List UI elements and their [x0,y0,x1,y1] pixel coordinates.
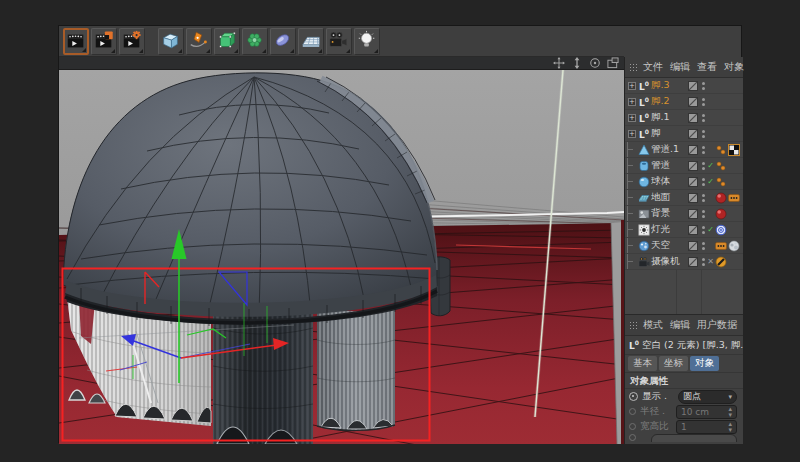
dolly-zoom-icon[interactable] [569,57,584,69]
enabled-check-icon[interactable]: ✓ [706,225,715,234]
tab-0[interactable]: 基本 [628,356,657,371]
object-row-8[interactable]: 背景 [625,206,743,222]
expand-toggle[interactable]: + [627,110,637,125]
palette-grip-icon[interactable] [629,63,638,72]
tube-object-icon [637,160,651,172]
tag-icons[interactable] [715,160,743,172]
right-leg-column [317,306,395,430]
object-row-7[interactable]: 地面 [625,190,743,206]
layer-square-icon[interactable] [688,129,698,139]
layer-square-icon[interactable] [688,193,698,203]
palette-grip-icon[interactable] [629,321,638,330]
viewport-canvas[interactable] [59,70,624,444]
visibility-dots[interactable] [700,130,706,138]
visibility-dots[interactable] [700,242,706,250]
light-button[interactable] [354,28,380,55]
rotate-icon[interactable] [587,57,602,69]
camera-button[interactable] [326,28,352,55]
object-manager-empty[interactable] [625,270,743,314]
spline-pen-button[interactable] [186,28,212,55]
object-row-3[interactable]: +L0脚 [625,126,743,142]
layer-square-icon[interactable] [688,241,698,251]
render-to-picture-viewer-button[interactable] [91,28,117,55]
stepper-arrows-icon[interactable]: ▴▾ [728,421,732,433]
tab-2[interactable]: 对象 [690,356,719,371]
pan-icon[interactable] [551,57,566,69]
object-row-6[interactable]: 球体✓ [625,174,743,190]
stepper-arrows-icon[interactable]: ▴▾ [728,406,732,418]
layer-square-icon[interactable] [688,113,698,123]
tag-icons[interactable] [715,176,743,188]
tree-branch [627,158,637,173]
tag-icons[interactable] [715,224,743,236]
expand-toggle[interactable]: + [627,126,637,141]
object-manager-menu-item-3[interactable]: 对象 [724,60,744,74]
object-manager-menu-item-0[interactable]: 文件 [643,60,663,74]
visibility-dots[interactable] [700,210,706,218]
layer-square-icon[interactable] [688,257,698,267]
keyframe-dot-icon[interactable] [629,392,638,401]
expand-toggle[interactable]: + [627,94,637,109]
tree-branch [627,222,637,237]
object-row-10[interactable]: 天空 [625,238,743,254]
keyframe-dot-icon[interactable] [629,423,636,430]
keyframe-dot-icon[interactable] [629,408,636,415]
object-row-11[interactable]: 摄像机✕ [625,254,743,270]
layer-square-icon[interactable] [688,209,698,219]
null-object-icon: L0 [637,96,651,108]
generator-button[interactable] [214,28,240,55]
primitive-cube-button[interactable] [158,28,184,55]
object-row-5[interactable]: 管道✓ [625,158,743,174]
visibility-dots[interactable] [700,114,706,122]
visibility-dots[interactable] [700,146,706,154]
layer-square-icon[interactable] [688,225,698,235]
layer-square-icon[interactable] [688,81,698,91]
layer-square-icon[interactable] [688,161,698,171]
object-row-4[interactable]: 管道.1 [625,142,743,158]
render-view-button[interactable] [63,28,89,55]
field-button[interactable] [270,28,296,55]
deformer-button[interactable] [242,28,268,55]
enabled-check-icon[interactable]: ✓ [706,177,715,186]
tag-icons[interactable] [715,192,743,204]
selected-object-info: L0 空白 (2 元素) [脚.3, 脚.2] [625,336,743,355]
attribute-manager-menu-item-1[interactable]: 编辑 [670,318,690,332]
object-row-9[interactable]: 灯光✓ [625,222,743,238]
keyframe-dot-icon[interactable] [629,434,636,441]
clipped-dropdown[interactable] [651,434,737,442]
visibility-dots[interactable] [700,98,706,106]
tag-icons[interactable] [715,240,743,252]
expand-toggle[interactable]: + [627,78,637,93]
environment-floor-button[interactable] [298,28,324,55]
maximize-icon[interactable] [605,57,620,69]
app-window: 文件编辑查看对象 +L0脚.3+L0脚.2+L0脚.1+L0脚管道.1管道✓球体… [58,25,742,443]
stepper-1[interactable]: 10 cm▴▾ [676,405,737,419]
viewport-panel[interactable] [59,57,624,444]
tag-icons[interactable] [715,208,743,220]
stepper-2[interactable]: 1▴▾ [676,420,737,434]
visibility-dots[interactable] [700,82,706,90]
tag-icons[interactable] [715,144,743,156]
object-label: 脚.1 [651,111,688,124]
red-material-tag-icon [715,208,727,220]
object-row-1[interactable]: +L0脚.2 [625,94,743,110]
enabled-check-icon[interactable]: ✓ [706,161,715,170]
target-tag-icon [715,224,727,236]
layer-square-icon[interactable] [688,177,698,187]
tag-icons[interactable] [715,256,743,268]
object-row-2[interactable]: +L0脚.1 [625,110,743,126]
visibility-dots[interactable] [700,194,706,202]
attribute-manager-menu-item-0[interactable]: 模式 [643,318,663,332]
layer-square-icon[interactable] [688,145,698,155]
render-settings-button[interactable] [119,28,145,55]
attribute-manager-menu-item-2[interactable]: 用户数据 [697,318,737,332]
object-label: 脚.3 [651,79,688,92]
layer-square-icon[interactable] [688,97,698,107]
tree-branch [627,238,637,253]
dropdown-0[interactable]: 圆点▾ [678,390,737,404]
object-row-0[interactable]: +L0脚.3 [625,78,743,94]
x-mark-icon[interactable]: ✕ [706,257,715,266]
object-manager-menu-item-2[interactable]: 查看 [697,60,717,74]
tab-1[interactable]: 坐标 [659,356,688,371]
object-manager-menu-item-1[interactable]: 编辑 [670,60,690,74]
